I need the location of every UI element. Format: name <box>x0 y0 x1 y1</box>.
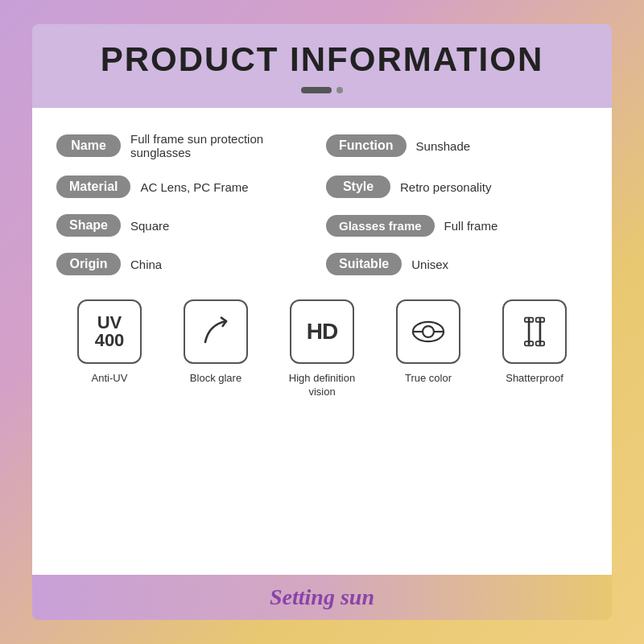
feature-anti-uv: UV 400 Anti-UV <box>65 299 154 386</box>
block-glare-icon-box <box>184 299 248 364</box>
shatterproof-icon <box>514 311 555 353</box>
material-row: Material AC Lens, PC Frame <box>56 175 318 198</box>
hd-vision-label: High definition vision <box>278 372 366 399</box>
dot-long <box>301 87 332 93</box>
main-section: Name Full frame sun protection sunglasse… <box>32 108 612 575</box>
origin-row: Origin China <box>56 253 318 275</box>
info-grid: Name Full frame sun protection sunglasse… <box>56 132 588 275</box>
true-color-icon <box>407 311 449 353</box>
style-row: Style Retro personality <box>326 175 588 198</box>
feature-shatterproof: Shatterproof <box>490 299 579 386</box>
material-value: AC Lens, PC Frame <box>140 180 248 194</box>
glasses-frame-label: Glasses frame <box>326 215 435 237</box>
shape-label: Shape <box>56 214 121 237</box>
hd-icon: HD <box>307 319 337 345</box>
footer-text: Setting sun <box>270 584 374 609</box>
name-value: Full frame sun protection sunglasses <box>130 132 318 159</box>
function-row: Function Sunshade <box>326 132 588 159</box>
block-glare-icon <box>195 311 237 353</box>
glasses-frame-row: Glasses frame Full frame <box>326 214 588 237</box>
uv-icon: UV 400 <box>95 314 125 349</box>
origin-label: Origin <box>56 253 121 275</box>
feature-block-glare: Block glare <box>171 299 260 386</box>
footer-section: Setting sun <box>32 575 612 620</box>
shatterproof-label: Shatterproof <box>506 372 564 386</box>
function-label: Function <box>326 134 407 157</box>
features-section: UV 400 Anti-UV Block glare <box>56 291 588 399</box>
header-section: PRODUCT INFORMATION <box>32 24 612 108</box>
anti-uv-label: Anti-UV <box>92 372 128 386</box>
product-info-card: PRODUCT INFORMATION Name Full frame sun … <box>32 24 612 620</box>
suitable-row: Suitable Unisex <box>326 253 588 275</box>
name-row: Name Full frame sun protection sunglasse… <box>56 132 318 159</box>
svg-point-1 <box>423 326 434 337</box>
true-color-label: True color <box>405 372 452 386</box>
block-glare-label: Block glare <box>190 372 242 386</box>
suitable-value: Unisex <box>411 258 448 271</box>
style-value: Retro personality <box>400 180 491 194</box>
suitable-label: Suitable <box>326 253 402 275</box>
shape-row: Shape Square <box>56 214 318 237</box>
hd-icon-box: HD <box>290 299 354 364</box>
dot-small <box>336 87 343 93</box>
origin-value: China <box>130 258 162 271</box>
anti-uv-icon-box: UV 400 <box>77 299 142 364</box>
feature-hd-vision: HD High definition vision <box>278 299 366 399</box>
shatterproof-icon-box <box>502 299 567 364</box>
function-value: Sunshade <box>416 139 471 153</box>
material-label: Material <box>56 175 130 198</box>
true-color-icon-box <box>396 299 460 364</box>
page-title: PRODUCT INFORMATION <box>40 40 604 79</box>
style-label: Style <box>326 175 390 198</box>
header-decoration <box>40 87 604 93</box>
glasses-frame-value: Full frame <box>444 219 498 233</box>
shape-value: Square <box>130 219 169 233</box>
name-label: Name <box>56 134 121 157</box>
feature-true-color: True color <box>384 299 473 386</box>
